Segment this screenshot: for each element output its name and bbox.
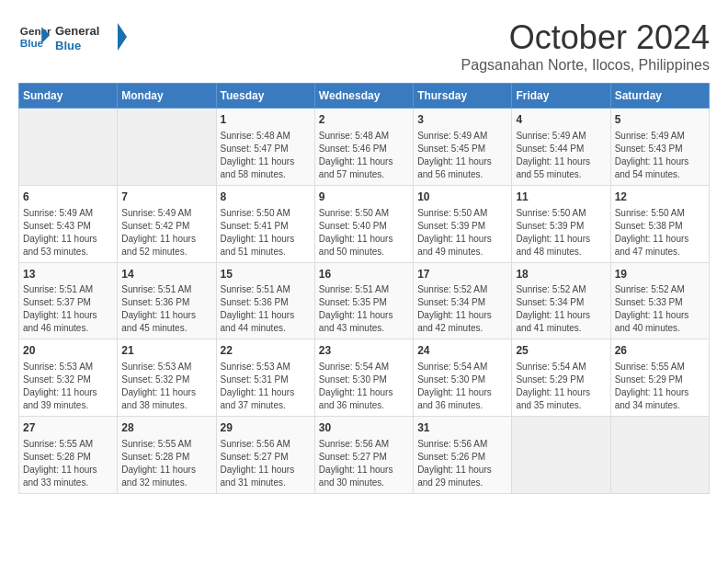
- calendar-cell: [19, 109, 118, 186]
- week-row-1: 1Sunrise: 5:48 AMSunset: 5:47 PMDaylight…: [19, 109, 710, 186]
- cell-content: Sunrise: 5:52 AMSunset: 5:34 PMDaylight:…: [516, 283, 606, 335]
- week-row-4: 20Sunrise: 5:53 AMSunset: 5:32 PMDayligh…: [19, 339, 710, 417]
- weekday-header-wednesday: Wednesday: [314, 84, 413, 109]
- day-number: 4: [516, 112, 606, 128]
- calendar-cell: 19Sunrise: 5:52 AMSunset: 5:33 PMDayligh…: [610, 262, 709, 339]
- week-row-2: 6Sunrise: 5:49 AMSunset: 5:43 PMDaylight…: [19, 185, 710, 262]
- calendar-cell: 9Sunrise: 5:50 AMSunset: 5:40 PMDaylight…: [314, 185, 413, 262]
- logo-svg: General Blue: [55, 18, 129, 55]
- calendar-cell: 1Sunrise: 5:48 AMSunset: 5:47 PMDaylight…: [216, 109, 314, 186]
- calendar-cell: 16Sunrise: 5:51 AMSunset: 5:35 PMDayligh…: [314, 262, 413, 339]
- cell-content: Sunrise: 5:49 AMSunset: 5:42 PMDaylight:…: [121, 207, 211, 259]
- calendar-cell: 10Sunrise: 5:50 AMSunset: 5:39 PMDayligh…: [414, 185, 512, 262]
- cell-content: Sunrise: 5:56 AMSunset: 5:27 PMDaylight:…: [319, 438, 409, 489]
- calendar-cell: 30Sunrise: 5:56 AMSunset: 5:27 PMDayligh…: [314, 417, 413, 494]
- cell-content: Sunrise: 5:50 AMSunset: 5:38 PMDaylight:…: [615, 207, 705, 259]
- calendar-table: SundayMondayTuesdayWednesdayThursdayFrid…: [18, 83, 710, 494]
- calendar-cell: 3Sunrise: 5:49 AMSunset: 5:45 PMDaylight…: [414, 109, 512, 186]
- day-number: 1: [221, 112, 311, 128]
- day-number: 24: [417, 343, 507, 359]
- cell-content: Sunrise: 5:55 AMSunset: 5:29 PMDaylight:…: [615, 361, 705, 412]
- calendar-cell: 23Sunrise: 5:54 AMSunset: 5:30 PMDayligh…: [314, 339, 413, 417]
- calendar-cell: 5Sunrise: 5:49 AMSunset: 5:43 PMDaylight…: [610, 109, 709, 186]
- day-number: 9: [319, 190, 409, 205]
- week-row-5: 27Sunrise: 5:55 AMSunset: 5:28 PMDayligh…: [19, 417, 710, 494]
- weekday-header-thursday: Thursday: [414, 84, 512, 109]
- cell-content: Sunrise: 5:50 AMSunset: 5:41 PMDaylight:…: [221, 207, 311, 259]
- cell-content: Sunrise: 5:54 AMSunset: 5:30 PMDaylight:…: [319, 361, 409, 412]
- calendar-cell: 8Sunrise: 5:50 AMSunset: 5:41 PMDaylight…: [216, 185, 314, 262]
- day-number: 6: [23, 190, 113, 205]
- day-number: 3: [417, 112, 507, 128]
- weekday-header-friday: Friday: [512, 84, 610, 109]
- day-number: 17: [417, 267, 507, 282]
- day-number: 26: [615, 343, 705, 359]
- cell-content: Sunrise: 5:51 AMSunset: 5:35 PMDaylight:…: [319, 283, 409, 335]
- title-block: October 2024 Pagsanahan Norte, Ilocos, P…: [461, 18, 710, 74]
- calendar-cell: 17Sunrise: 5:52 AMSunset: 5:34 PMDayligh…: [414, 262, 512, 339]
- weekday-header-row: SundayMondayTuesdayWednesdayThursdayFrid…: [19, 84, 710, 109]
- weekday-header-saturday: Saturday: [610, 84, 709, 109]
- calendar-cell: 13Sunrise: 5:51 AMSunset: 5:37 PMDayligh…: [19, 262, 118, 339]
- day-number: 23: [319, 343, 409, 359]
- calendar-cell: 15Sunrise: 5:51 AMSunset: 5:36 PMDayligh…: [216, 262, 314, 339]
- cell-content: Sunrise: 5:53 AMSunset: 5:31 PMDaylight:…: [221, 361, 311, 412]
- day-number: 5: [615, 112, 705, 128]
- logo-icon: General Blue: [18, 20, 51, 53]
- calendar-cell: 14Sunrise: 5:51 AMSunset: 5:36 PMDayligh…: [118, 262, 216, 339]
- svg-text:General: General: [55, 24, 99, 38]
- cell-content: Sunrise: 5:52 AMSunset: 5:34 PMDaylight:…: [417, 283, 507, 335]
- month-title: October 2024: [461, 18, 710, 57]
- cell-content: Sunrise: 5:56 AMSunset: 5:26 PMDaylight:…: [417, 438, 507, 489]
- calendar-cell: 29Sunrise: 5:56 AMSunset: 5:27 PMDayligh…: [216, 417, 314, 494]
- calendar-cell: 24Sunrise: 5:54 AMSunset: 5:30 PMDayligh…: [414, 339, 512, 417]
- location: Pagsanahan Norte, Ilocos, Philippines: [461, 57, 710, 74]
- cell-content: Sunrise: 5:54 AMSunset: 5:30 PMDaylight:…: [417, 361, 507, 412]
- day-number: 2: [319, 112, 409, 128]
- cell-content: Sunrise: 5:49 AMSunset: 5:44 PMDaylight:…: [516, 130, 606, 181]
- day-number: 10: [417, 190, 507, 205]
- svg-text:Blue: Blue: [20, 37, 44, 49]
- calendar-cell: 20Sunrise: 5:53 AMSunset: 5:32 PMDayligh…: [19, 339, 118, 417]
- calendar-cell: 21Sunrise: 5:53 AMSunset: 5:32 PMDayligh…: [118, 339, 216, 417]
- calendar-cell: [610, 417, 709, 494]
- calendar-cell: [512, 417, 610, 494]
- cell-content: Sunrise: 5:56 AMSunset: 5:27 PMDaylight:…: [221, 438, 311, 489]
- calendar-cell: 25Sunrise: 5:54 AMSunset: 5:29 PMDayligh…: [512, 339, 610, 417]
- weekday-header-monday: Monday: [118, 84, 216, 109]
- day-number: 19: [615, 267, 705, 282]
- cell-content: Sunrise: 5:51 AMSunset: 5:36 PMDaylight:…: [121, 283, 211, 335]
- cell-content: Sunrise: 5:51 AMSunset: 5:37 PMDaylight:…: [23, 283, 113, 335]
- calendar-cell: 6Sunrise: 5:49 AMSunset: 5:43 PMDaylight…: [19, 185, 118, 262]
- cell-content: Sunrise: 5:48 AMSunset: 5:47 PMDaylight:…: [221, 130, 311, 181]
- day-number: 20: [23, 343, 113, 359]
- day-number: 21: [121, 343, 211, 359]
- day-number: 7: [121, 190, 211, 205]
- calendar-cell: 27Sunrise: 5:55 AMSunset: 5:28 PMDayligh…: [19, 417, 118, 494]
- cell-content: Sunrise: 5:50 AMSunset: 5:39 PMDaylight:…: [417, 207, 507, 259]
- day-number: 11: [516, 190, 606, 205]
- day-number: 18: [516, 267, 606, 282]
- calendar-cell: 2Sunrise: 5:48 AMSunset: 5:46 PMDaylight…: [314, 109, 413, 186]
- cell-content: Sunrise: 5:53 AMSunset: 5:32 PMDaylight:…: [121, 361, 211, 412]
- cell-content: Sunrise: 5:55 AMSunset: 5:28 PMDaylight:…: [121, 438, 211, 489]
- calendar-cell: 22Sunrise: 5:53 AMSunset: 5:31 PMDayligh…: [216, 339, 314, 417]
- calendar-cell: 18Sunrise: 5:52 AMSunset: 5:34 PMDayligh…: [512, 262, 610, 339]
- day-number: 16: [319, 267, 409, 282]
- calendar-cell: [118, 109, 216, 186]
- calendar-cell: 28Sunrise: 5:55 AMSunset: 5:28 PMDayligh…: [118, 417, 216, 494]
- cell-content: Sunrise: 5:52 AMSunset: 5:33 PMDaylight:…: [615, 283, 705, 335]
- week-row-3: 13Sunrise: 5:51 AMSunset: 5:37 PMDayligh…: [19, 262, 710, 339]
- day-number: 28: [121, 420, 211, 436]
- weekday-header-tuesday: Tuesday: [216, 84, 314, 109]
- calendar-cell: 31Sunrise: 5:56 AMSunset: 5:26 PMDayligh…: [414, 417, 512, 494]
- calendar-cell: 11Sunrise: 5:50 AMSunset: 5:39 PMDayligh…: [512, 185, 610, 262]
- page-header: General Blue General Blue October 2024 P…: [18, 18, 710, 74]
- cell-content: Sunrise: 5:54 AMSunset: 5:29 PMDaylight:…: [516, 361, 606, 412]
- cell-content: Sunrise: 5:48 AMSunset: 5:46 PMDaylight:…: [319, 130, 409, 181]
- day-number: 30: [319, 420, 409, 436]
- cell-content: Sunrise: 5:49 AMSunset: 5:43 PMDaylight:…: [615, 130, 705, 181]
- day-number: 13: [23, 267, 113, 282]
- day-number: 15: [221, 267, 311, 282]
- svg-text:Blue: Blue: [55, 39, 81, 52]
